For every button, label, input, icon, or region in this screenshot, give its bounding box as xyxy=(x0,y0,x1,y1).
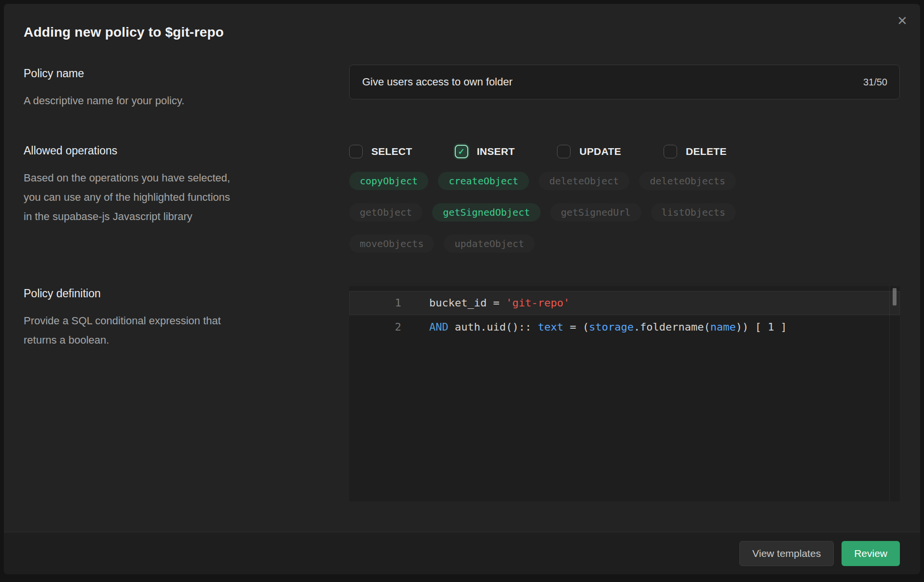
policy-name-input-wrap: 31/50 xyxy=(349,65,900,99)
view-templates-button[interactable]: View templates xyxy=(739,541,834,566)
dialog-footer: View templates Review xyxy=(4,532,920,574)
review-button[interactable]: Review xyxy=(842,541,900,566)
operation-label: SELECT xyxy=(371,146,412,157)
policy-name-input[interactable] xyxy=(349,65,900,99)
pill-row: moveObjects updateObject xyxy=(349,235,736,253)
function-pill: createObject xyxy=(438,172,529,190)
operation-option-select[interactable]: SELECT xyxy=(349,145,412,158)
operation-label: INSERT xyxy=(477,146,515,157)
code-content: bucket_id = 'git-repo' xyxy=(429,291,570,315)
editor-scrollbar[interactable] xyxy=(889,286,900,501)
pill-row: getObject getSignedObject getSignedUrl l… xyxy=(349,203,736,222)
code-lines: 1bucket_id = 'git-repo'2AND auth.uid()::… xyxy=(349,286,900,339)
code-line[interactable]: 1bucket_id = 'git-repo' xyxy=(349,291,900,315)
allowed-operations-label: Allowed operations xyxy=(24,143,265,158)
operations-checkbox-row: SELECT INSERT UPDATE DELETE xyxy=(349,145,727,158)
line-number: 2 xyxy=(349,315,401,339)
function-pill: deleteObjects xyxy=(639,172,736,190)
char-counter: 31/50 xyxy=(863,65,887,99)
function-pill: moveObjects xyxy=(349,235,434,253)
dialog-title: Adding new policy to $git-repo xyxy=(24,24,224,41)
operation-option-insert[interactable]: INSERT xyxy=(455,145,515,158)
policy-definition-label: Policy definition xyxy=(24,286,265,301)
function-pill: getSignedObject xyxy=(432,203,541,222)
policy-definition-description: Provide a SQL conditional expression tha… xyxy=(24,311,265,350)
function-pill: copyObject xyxy=(349,172,428,190)
operation-option-delete[interactable]: DELETE xyxy=(664,145,727,158)
close-icon[interactable]: ✕ xyxy=(893,12,911,30)
code-line[interactable]: 2AND auth.uid():: text = (storage.folder… xyxy=(349,315,900,339)
function-pill: updateObject xyxy=(444,235,535,253)
allowed-operations-section: Allowed operations Based on the operatio… xyxy=(24,143,265,226)
function-pill: getObject xyxy=(349,203,422,222)
allowed-operations-description: Based on the operations you have selecte… xyxy=(24,168,265,226)
add-policy-dialog: Adding new policy to $git-repo ✕ Policy … xyxy=(4,4,920,574)
policy-name-section: Policy name A descriptive name for your … xyxy=(24,66,265,111)
checkbox-checked-icon[interactable] xyxy=(455,145,468,158)
code-content: AND auth.uid():: text = (storage.foldern… xyxy=(429,315,787,339)
line-number: 1 xyxy=(349,291,401,315)
function-pill: deleteObject xyxy=(539,172,630,190)
operation-option-update[interactable]: UPDATE xyxy=(557,145,621,158)
policy-definition-editor[interactable]: 1bucket_id = 'git-repo'2AND auth.uid()::… xyxy=(349,286,900,501)
operation-label: DELETE xyxy=(686,146,727,157)
pill-row: copyObject createObject deleteObject del… xyxy=(349,172,736,190)
operation-label: UPDATE xyxy=(579,146,621,157)
function-pill: listObjects xyxy=(651,203,736,222)
function-pill: getSignedUrl xyxy=(550,203,641,222)
checkbox-icon[interactable] xyxy=(557,145,571,158)
editor-scrollbar-thumb[interactable] xyxy=(893,288,897,305)
checkbox-icon[interactable] xyxy=(664,145,677,158)
checkbox-icon[interactable] xyxy=(349,145,363,158)
policy-name-description: A descriptive name for your policy. xyxy=(24,91,265,111)
policy-definition-section: Policy definition Provide a SQL conditio… xyxy=(24,286,265,350)
function-pills: copyObject createObject deleteObject del… xyxy=(349,172,736,253)
policy-name-label: Policy name xyxy=(24,66,265,81)
